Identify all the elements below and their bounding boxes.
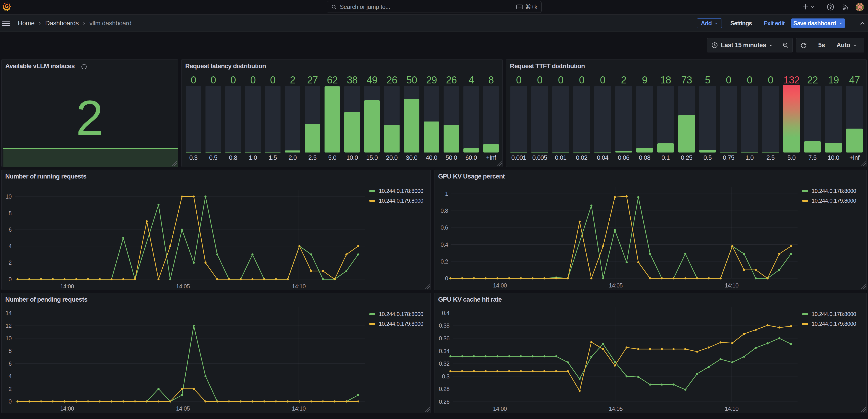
svg-text:14:10: 14:10 [292, 405, 306, 412]
svg-text:0: 0 [445, 275, 448, 282]
svg-text:14:00: 14:00 [60, 283, 74, 290]
svg-text:4: 4 [9, 373, 12, 379]
svg-text:0.28: 0.28 [439, 386, 450, 392]
svg-text:1: 1 [445, 191, 448, 197]
svg-text:0.3: 0.3 [442, 373, 450, 380]
svg-text:14:10: 14:10 [292, 283, 306, 290]
svg-text:6: 6 [9, 226, 12, 233]
svg-text:8: 8 [9, 348, 12, 354]
svg-text:0.34: 0.34 [439, 348, 450, 354]
svg-text:14: 14 [5, 310, 12, 316]
svg-text:0.32: 0.32 [439, 360, 450, 367]
svg-text:0.36: 0.36 [439, 335, 450, 342]
svg-text:0.26: 0.26 [439, 398, 450, 405]
svg-text:0.38: 0.38 [439, 322, 450, 329]
svg-text:2: 2 [9, 259, 12, 266]
svg-text:2: 2 [9, 386, 12, 392]
svg-text:0: 0 [9, 276, 12, 283]
svg-text:14:00: 14:00 [493, 406, 507, 412]
svg-text:14:05: 14:05 [609, 406, 623, 412]
svg-text:14:00: 14:00 [493, 282, 507, 289]
svg-text:14:05: 14:05 [176, 405, 190, 412]
svg-text:0.2: 0.2 [441, 258, 448, 265]
svg-text:6: 6 [9, 360, 12, 367]
svg-text:8: 8 [9, 210, 12, 216]
svg-text:14:00: 14:00 [60, 405, 74, 412]
svg-text:0: 0 [9, 398, 12, 405]
svg-text:10: 10 [5, 193, 12, 200]
svg-text:0.8: 0.8 [441, 207, 448, 214]
svg-text:4: 4 [9, 243, 12, 249]
svg-text:0.6: 0.6 [441, 224, 448, 231]
svg-text:0.4: 0.4 [442, 310, 450, 316]
svg-text:14:10: 14:10 [725, 282, 739, 289]
svg-text:14:10: 14:10 [725, 406, 739, 412]
svg-text:12: 12 [5, 323, 12, 329]
svg-text:0.4: 0.4 [441, 241, 448, 248]
svg-text:14:05: 14:05 [609, 282, 623, 289]
svg-text:14:05: 14:05 [176, 283, 190, 290]
svg-text:10: 10 [5, 335, 12, 342]
